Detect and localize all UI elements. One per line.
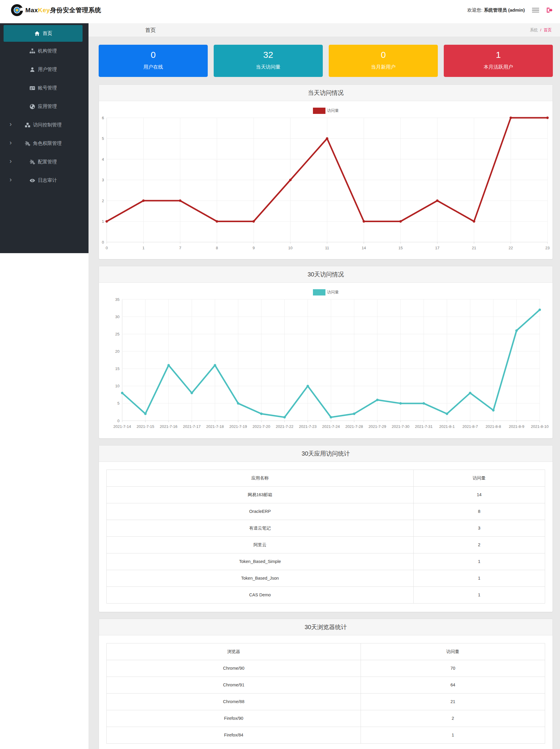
breadcrumb-root-link[interactable]: 系统 — [530, 28, 538, 32]
svg-text:20: 20 — [115, 349, 119, 354]
name-cell: Chrome/88 — [107, 693, 361, 710]
name-cell: Token_Based_Json — [107, 570, 414, 587]
stat-card-month-active-users: 1本月活跃用户 — [444, 45, 553, 77]
visit-count-cell: 64 — [361, 677, 545, 693]
home-icon — [34, 30, 40, 36]
legend-swatch[interactable] — [313, 108, 326, 114]
svg-text:14: 14 — [362, 246, 366, 250]
svg-text:1: 1 — [102, 219, 104, 223]
name-cell: OracleERP — [107, 503, 414, 520]
svg-text:10: 10 — [288, 246, 292, 250]
svg-text:25: 25 — [115, 332, 119, 336]
cogs-icon — [24, 141, 30, 146]
30day-visits-line-chart-svg: 2021-7-142021-7-152021-7-162021-7-172021… — [99, 297, 552, 435]
visit-count-cell: 14 — [413, 487, 545, 503]
sidebar-item-label: 用户管理 — [38, 66, 57, 73]
svg-text:2021-7-15: 2021-7-15 — [136, 424, 154, 429]
sidebar-item-log-audit[interactable]: ›日志审计 — [4, 171, 83, 190]
panel-title: 当天访问情况 — [99, 85, 553, 101]
sidebar-item-role-permission[interactable]: ›角色权限管理 — [4, 134, 83, 153]
sidebar-item-user[interactable]: 用户管理 — [4, 60, 83, 79]
sidebar-item-label: 配置管理 — [38, 159, 57, 165]
30day-visits-line-chart: 2021-7-142021-7-152021-7-162021-7-172021… — [99, 297, 553, 436]
stat-card-today-visits: 32当天访问量 — [214, 45, 323, 77]
stat-card-label: 本月活跃用户 — [444, 64, 553, 70]
column-header: 访问量 — [413, 470, 545, 487]
svg-text:0: 0 — [117, 419, 119, 423]
sitemap-icon — [29, 48, 35, 54]
svg-text:2021-7-20: 2021-7-20 — [252, 424, 270, 429]
visit-count-cell: 8 — [413, 503, 545, 520]
breadcrumb: 系统 / 首页 — [530, 27, 552, 33]
legend-swatch[interactable] — [313, 289, 326, 296]
visit-count-cell: 1 — [413, 553, 545, 570]
svg-text:2021-8-8: 2021-8-8 — [486, 424, 501, 429]
column-header: 应用名称 — [107, 470, 414, 487]
stat-card-label: 用户在线 — [99, 64, 208, 70]
table-row: Firefox/841 — [107, 727, 545, 744]
svg-text:2021-8-9: 2021-8-9 — [509, 424, 524, 429]
name-cell: Chrome/91 — [107, 677, 361, 693]
sidebar-item-app[interactable]: 应用管理 — [4, 97, 83, 116]
svg-text:21: 21 — [472, 246, 476, 250]
brand: MaxKey身份安全管理系统 — [11, 4, 101, 16]
svg-text:2021-7-24: 2021-7-24 — [322, 424, 340, 429]
visit-count-cell: 21 — [361, 693, 545, 710]
globe-icon — [29, 104, 35, 109]
column-header: 浏览器 — [107, 643, 361, 660]
legend-label[interactable]: 访问量 — [327, 108, 339, 113]
name-cell: Chrome/90 — [107, 660, 361, 677]
table-row: 阿里云2 — [107, 537, 545, 553]
name-cell: CAS Demo — [107, 587, 414, 603]
svg-text:7: 7 — [179, 246, 181, 250]
svg-text:2021-7-29: 2021-7-29 — [369, 424, 386, 429]
svg-text:0: 0 — [106, 246, 108, 250]
eye-icon — [29, 177, 35, 184]
table-row: Token_Based_Simple1 — [107, 553, 545, 570]
breadcrumb-current-link[interactable]: 首页 — [544, 28, 552, 32]
table-row: Token_Based_Json1 — [107, 570, 545, 587]
svg-text:17: 17 — [435, 246, 439, 250]
sidebar-item-label: 首页 — [43, 30, 52, 37]
sidebar-item-home[interactable]: 首页 — [4, 25, 83, 42]
name-cell: Token_Based_Simple — [107, 553, 414, 570]
svg-text:2021-8-1: 2021-8-1 — [439, 424, 455, 429]
logout-icon[interactable] — [546, 7, 553, 13]
panel-title: 30天浏览器统计 — [99, 619, 553, 636]
sidebar-item-access-control[interactable]: ›访问控制管理 — [4, 116, 83, 134]
stat-card-online-users: 0用户在线 — [99, 45, 208, 77]
menu-toggle-icon[interactable] — [532, 6, 539, 14]
sidebar-item-label: 日志审计 — [38, 177, 57, 184]
svg-text:5: 5 — [117, 401, 119, 406]
name-cell: 阿里云 — [107, 537, 414, 553]
svg-text:15: 15 — [399, 246, 403, 250]
welcome-text: 欢迎您: 系统管理员 (admin) — [467, 7, 525, 14]
stat-card-value: 0 — [329, 50, 438, 60]
table-header-row: 应用名称访问量 — [107, 470, 545, 487]
table-row: Chrome/9164 — [107, 677, 545, 693]
svg-text:35: 35 — [115, 297, 119, 302]
sidebar-item-config[interactable]: ›配置管理 — [4, 153, 83, 171]
legend-label[interactable]: 访问量 — [327, 290, 339, 295]
name-cell: Firefox/90 — [107, 710, 361, 727]
svg-text:2021-7-23: 2021-7-23 — [299, 424, 316, 429]
stat-card-value: 0 — [99, 50, 208, 60]
stat-cards-row: 0用户在线32当天访问量0当月新用户1本月活跃用户 — [99, 45, 553, 77]
browser-visits-table: 浏览器访问量Chrome/9070Chrome/9164Chrome/8821F… — [106, 643, 545, 744]
svg-text:8: 8 — [216, 246, 218, 250]
svg-text:6: 6 — [102, 116, 104, 120]
svg-text:2021-7-17: 2021-7-17 — [183, 424, 201, 429]
table-row: 有道云笔记3 — [107, 520, 545, 537]
app-visits-table: 应用名称访问量网易163邮箱14OracleERP8有道云笔记3阿里云2Toke… — [106, 470, 545, 603]
sidebar-item-org[interactable]: 机构管理 — [4, 42, 83, 60]
svg-text:2021-7-22: 2021-7-22 — [276, 424, 293, 429]
sidebar-item-account[interactable]: 账号管理 — [4, 79, 83, 97]
sidebar-item-label: 角色权限管理 — [33, 141, 62, 147]
stat-card-value: 32 — [214, 50, 323, 60]
svg-text:10: 10 — [115, 384, 119, 388]
sidebar-menu: 首页机构管理用户管理账号管理应用管理›访问控制管理›角色权限管理›配置管理›日志… — [0, 23, 89, 253]
chart-legend: 访问量 — [99, 107, 553, 114]
svg-text:2021-7-28: 2021-7-28 — [345, 424, 363, 429]
cogs-icon — [29, 159, 35, 165]
svg-text:2021-8-7: 2021-8-7 — [462, 424, 478, 429]
